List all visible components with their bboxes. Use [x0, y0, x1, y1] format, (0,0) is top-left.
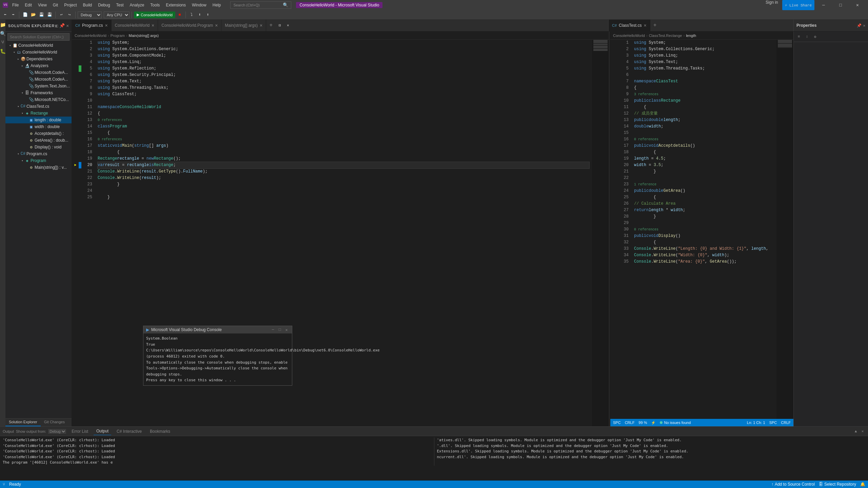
debug-console-close[interactable]: ✕	[284, 327, 289, 332]
tab-program-close[interactable]: ×	[105, 23, 107, 28]
tree-analyzers-item[interactable]: ▸ 🔬 Analyzers	[5, 62, 72, 69]
properties-sort-category[interactable]: ≡	[795, 33, 803, 40]
solution-expand-arrow[interactable]: ▾	[8, 44, 12, 47]
search-bar[interactable]: Search (Ctrl+Q) 🔍	[230, 1, 291, 9]
live-share-button[interactable]: ⚡ Live Share	[782, 0, 814, 10]
restore-button[interactable]: □	[833, 0, 848, 10]
sign-in-button[interactable]: Sign in	[766, 0, 778, 10]
menu-analyze[interactable]: Analyze	[128, 1, 146, 9]
tree-getarea-item[interactable]: ⚙ GetArea() : doub...	[5, 137, 72, 144]
tree-length-item[interactable]: ▣ length : double	[5, 117, 72, 123]
start-debug-button[interactable]: ▶ ConsoleHelloWorld	[134, 12, 175, 18]
menu-edit[interactable]: Edit	[23, 1, 34, 9]
right-code-content[interactable]: using System; using System.Collections.G…	[631, 40, 776, 419]
tree-netcore-item[interactable]: 📎 Microsoft.NETCo...	[5, 96, 72, 103]
output-close-icon[interactable]: ✕	[860, 429, 865, 434]
analyzers-arrow[interactable]: ▸	[20, 64, 24, 68]
classtest-arrow[interactable]: ▾	[16, 105, 20, 108]
step-out-button[interactable]: ⬆	[204, 11, 212, 19]
close-button[interactable]: ✕	[850, 0, 865, 10]
properties-close-icon[interactable]: ✕	[863, 23, 865, 28]
notifications-icon[interactable]: 🔔	[860, 482, 865, 487]
tab-consolehelloworld[interactable]: ConsoleHelloWorld ×	[112, 20, 158, 31]
menu-test[interactable]: Test	[114, 1, 126, 9]
right-code-editor[interactable]: 1 2 3 4 5 6 7 8 9 10 11 12 13 14	[610, 40, 793, 419]
add-to-source-control-button[interactable]: ↑ Add to Source Control	[771, 482, 815, 487]
menu-window[interactable]: Window	[190, 1, 209, 9]
platform-select[interactable]: Any CPU	[104, 12, 130, 18]
output-maximize-icon[interactable]: ▲	[853, 429, 859, 434]
solution-explorer-tab[interactable]: Solution Explorer	[5, 419, 41, 426]
git-branch-status[interactable]: ⑂	[3, 482, 5, 487]
menu-project[interactable]: Project	[62, 1, 79, 9]
forward-button[interactable]: ➡	[9, 11, 17, 19]
tree-ref2-item[interactable]: 📎 Microsoft.CodeA...	[5, 76, 72, 83]
tree-frameworks-item[interactable]: ▾ 🗄 Frameworks	[5, 89, 72, 96]
tab-classtest-cs[interactable]: C# ClassTest.cs ×	[609, 20, 650, 31]
close-panel-icon[interactable]: ✕	[66, 23, 69, 28]
new-tab-right-button[interactable]: +	[650, 20, 660, 31]
debug-console-minimize[interactable]: ─	[270, 327, 276, 332]
menu-tools[interactable]: Tools	[148, 1, 162, 9]
tree-solution-item[interactable]: ▾ 📋 ConsoleHelloWorld	[5, 42, 72, 49]
tree-classtest-item[interactable]: ▾ C# ClassTest.cs	[5, 103, 72, 110]
menu-help[interactable]: Help	[211, 1, 223, 9]
output-source-select[interactable]: Debug Build	[48, 429, 66, 434]
properties-sort-alpha[interactable]: ↕	[803, 33, 811, 40]
step-into-button[interactable]: ⬇	[196, 11, 203, 19]
back-button[interactable]: ⬅	[1, 11, 9, 19]
menu-view[interactable]: View	[36, 1, 49, 9]
tab-classtest-close[interactable]: ×	[644, 23, 646, 28]
project-expand-arrow[interactable]: ▾	[12, 50, 16, 54]
minimize-button[interactable]: ─	[816, 0, 831, 10]
close-editor-button[interactable]: ✕	[284, 20, 292, 31]
tree-project-item[interactable]: ▾ 🗂 ConsoleHelloWorld	[5, 49, 72, 56]
tab-main-close[interactable]: ×	[260, 23, 262, 28]
stop-debug-button[interactable]: ■	[176, 11, 183, 19]
menu-debug[interactable]: Debug	[96, 1, 112, 9]
tree-program-class-item[interactable]: ▾ ◈ Program	[5, 157, 72, 164]
tree-main-item[interactable]: ⚙ Main(string[]) : v...	[5, 164, 72, 171]
tab-main-args[interactable]: Main(string[] args) ×	[221, 20, 266, 31]
step-over-button[interactable]: ⤵	[188, 11, 195, 19]
tab-prog-close[interactable]: ×	[215, 23, 218, 28]
frameworks-arrow[interactable]: ▾	[20, 91, 24, 95]
git-changes-tab[interactable]: Git Changes	[41, 419, 68, 426]
dependencies-expand-arrow[interactable]: ▸	[16, 57, 20, 61]
tree-rectange-item[interactable]: ▾ ◈ Rectange	[5, 110, 72, 117]
tab-program-cs[interactable]: C# Program.cs ×	[72, 20, 112, 31]
menu-extensions[interactable]: Extensions	[164, 1, 188, 9]
output-tab-output[interactable]: Output	[94, 427, 111, 435]
tree-programcs-item[interactable]: ▾ C# Program.cs	[5, 150, 72, 157]
properties-pin-icon[interactable]: 📌	[857, 23, 862, 28]
tree-width-item[interactable]: ▣ width : double	[5, 123, 72, 130]
undo-button[interactable]: ↩	[58, 11, 65, 19]
save-button[interactable]: 💾	[38, 11, 45, 19]
tab-chw-close[interactable]: ×	[152, 23, 154, 28]
tree-dependencies-item[interactable]: ▸ 📦 Dependencies	[5, 56, 72, 62]
open-button[interactable]: 📂	[29, 11, 37, 19]
properties-filter[interactable]: ⚙	[811, 33, 819, 40]
redo-button[interactable]: ↪	[66, 11, 73, 19]
new-file-button[interactable]: 📄	[21, 11, 29, 19]
output-tab-bookmarks[interactable]: Bookmarks	[147, 428, 173, 435]
select-repository-button[interactable]: 🗄 Select Repository	[819, 482, 856, 487]
solution-search-input[interactable]	[7, 33, 70, 41]
menu-build[interactable]: Build	[81, 1, 94, 9]
tree-ref3-item[interactable]: 📎 System.Text.Json...	[5, 83, 72, 89]
tree-ref1-item[interactable]: 📎 Microsoft.CodeA...	[5, 69, 72, 76]
tree-display-item[interactable]: ⚙ Display() : void	[5, 144, 72, 150]
program-class-arrow[interactable]: ▾	[20, 159, 24, 163]
programcs-arrow[interactable]: ▾	[16, 152, 20, 156]
rectange-arrow[interactable]: ▾	[20, 111, 24, 115]
split-editor-button[interactable]: ⊡	[276, 20, 284, 31]
collapse-all-icon[interactable]: ◧	[55, 23, 58, 28]
menu-git[interactable]: Git	[51, 1, 60, 9]
debug-console-maximize[interactable]: □	[277, 327, 282, 332]
new-tab-button[interactable]: +	[266, 20, 276, 31]
tab-program-class[interactable]: ConsoleHelloWorld.Program ×	[158, 20, 221, 31]
pin-icon[interactable]: 📌	[59, 23, 65, 28]
output-tab-error-list[interactable]: Error List	[69, 428, 91, 435]
tree-acceptdetails-item[interactable]: ⚙ Acceptdetails() :	[5, 130, 72, 137]
save-all-button[interactable]: 💾	[46, 11, 53, 19]
